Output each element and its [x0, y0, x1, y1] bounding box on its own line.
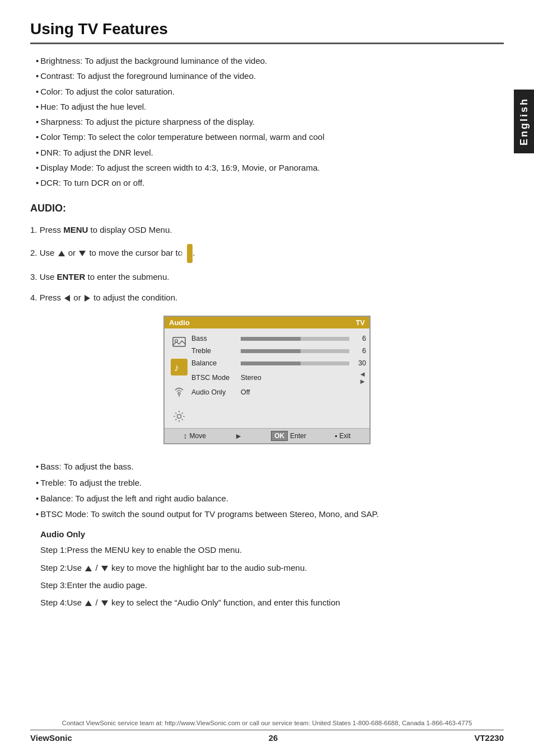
- svg-text:♪: ♪: [174, 362, 179, 373]
- down-arrow-icon-2: [101, 566, 108, 571]
- down-arrow-icon-3: [101, 600, 108, 606]
- audio-steps: 1. Press MENU to display OSD Menu. 2. Us…: [30, 223, 504, 304]
- list-item: Hue: To adjust the hue level.: [36, 100, 504, 113]
- osd-row-btsc: BTSC Mode Stereo ◄ ►: [191, 370, 366, 386]
- audio-only-step-3: Step 3:Enter the audio page.: [40, 579, 504, 591]
- treble-bar-fill: [241, 349, 301, 353]
- osd-footer-enter-arrow: ►: [235, 431, 242, 441]
- audio-only-steps: Step 1:Press the MENU key to enable the …: [40, 543, 504, 609]
- svg-point-3: [178, 392, 180, 395]
- page-title: Using TV Features: [30, 20, 504, 44]
- osd-header-channel: TV: [355, 318, 365, 327]
- footer-brand: ViewSonic: [30, 733, 72, 743]
- footer-model: VT2230: [474, 733, 504, 743]
- page: English Using TV Features Brightness: To…: [0, 0, 534, 756]
- audio-step-4: 4. Press or to adjust the condition.: [30, 291, 504, 304]
- left-arrow-icon: [64, 295, 70, 302]
- footer: Contact ViewSonic service team at: http:…: [30, 720, 504, 743]
- osd-footer: ↕ Move ► OK Enter ▪ Exit: [165, 428, 369, 443]
- osd-rows: Bass 6 Treble 6: [191, 333, 366, 425]
- desc-item-bass: Bass: To adjust the bass.: [36, 460, 504, 473]
- right-arrow-icon: [85, 295, 90, 302]
- list-item: Brightness: To adjust the background lum…: [36, 54, 504, 67]
- footer-page-number: 26: [269, 733, 278, 743]
- osd-row-bass: Bass 6: [191, 333, 366, 344]
- list-item: Color Temp: To select the color temperat…: [36, 130, 504, 143]
- audio-section-title: AUDIO:: [30, 203, 504, 214]
- signal-icon: [171, 383, 188, 400]
- osd-header: Audio TV: [165, 317, 369, 328]
- audio-step-3: 3. Use ENTER to enter the submenu.: [30, 270, 504, 284]
- osd-spacer: [191, 399, 366, 421]
- osd-header-title: Audio: [169, 318, 190, 327]
- up-arrow-icon: [58, 251, 65, 256]
- side-tab: English: [514, 90, 534, 153]
- ok-button-label: OK: [271, 431, 288, 441]
- bass-bar: [241, 337, 349, 341]
- audio-desc-list: Bass: To adjust the bass. Treble: To adj…: [30, 460, 504, 520]
- list-item: DNR: To adjust the DNR level.: [36, 146, 504, 159]
- btsc-arrows: ◄ ►: [359, 370, 366, 385]
- desc-item-balance: Balance: To adjust the left and right au…: [36, 492, 504, 505]
- osd-body: ♪: [165, 328, 369, 428]
- up-arrow-icon-3: [85, 600, 92, 606]
- feature-bullet-list: Brightness: To adjust the background lum…: [30, 54, 504, 189]
- audio-step-2: 2. Use or to move the cursor bar to ♪.: [30, 244, 504, 263]
- desc-item-treble: Treble: To adjust the treble.: [36, 476, 504, 489]
- osd-footer-move: ↕ Move: [184, 431, 206, 441]
- treble-bar: [241, 349, 349, 353]
- balance-bar: [241, 361, 349, 365]
- balance-bar-fill: [241, 361, 301, 365]
- desc-item-btsc: BTSC Mode: To switch the sound output fo…: [36, 508, 504, 520]
- osd-row-balance: Balance 30: [191, 358, 366, 369]
- enter-arrow-icon: ►: [235, 431, 242, 440]
- audio-step-1: 1. Press MENU to display OSD Menu.: [30, 223, 504, 237]
- audio-only-step-1: Step 1:Press the MENU key to enable the …: [40, 543, 504, 556]
- osd-menu-container: Audio TV: [30, 316, 504, 444]
- down-arrow-icon: [79, 251, 86, 256]
- audio-only-title: Audio Only: [40, 529, 504, 539]
- list-item: DCR: To turn DCR on or off.: [36, 176, 504, 189]
- list-item: Display Mode: To adjust the screen width…: [36, 161, 504, 174]
- svg-point-5: [177, 415, 181, 419]
- list-item: Sharpness: To adjust the picture sharpne…: [36, 115, 504, 128]
- music-note-icon: ♪: [187, 244, 193, 263]
- osd-icons-column: ♪: [168, 333, 188, 425]
- move-arrows-icon: ↕: [184, 431, 188, 440]
- audio-only-step-2: Step 2:Use / key to move the highlight b…: [40, 561, 504, 574]
- audio-icon: ♪: [171, 359, 188, 375]
- osd-footer-exit: ▪ Exit: [335, 431, 350, 441]
- bass-bar-fill: [241, 337, 301, 341]
- list-item: Color: To adjust the color saturation.: [36, 85, 504, 98]
- list-item: Contrast: To adjust the foreground lumin…: [36, 69, 504, 82]
- footer-main: ViewSonic 26 VT2230: [30, 730, 504, 743]
- picture-icon: [171, 334, 188, 351]
- osd-footer-ok: OK Enter: [271, 431, 306, 441]
- footer-contact: Contact ViewSonic service team at: http:…: [30, 720, 504, 726]
- audio-only-step-4: Step 4:Use / key to select the “Audio On…: [40, 596, 504, 609]
- osd-row-audio-only: Audio Only Off: [191, 387, 366, 398]
- up-arrow-icon-2: [85, 566, 92, 571]
- audio-only-section: Audio Only Step 1:Press the MENU key to …: [40, 529, 504, 609]
- settings-icon: [171, 408, 188, 425]
- osd-menu-box: Audio TV: [163, 316, 371, 444]
- osd-row-treble: Treble 6: [191, 345, 366, 356]
